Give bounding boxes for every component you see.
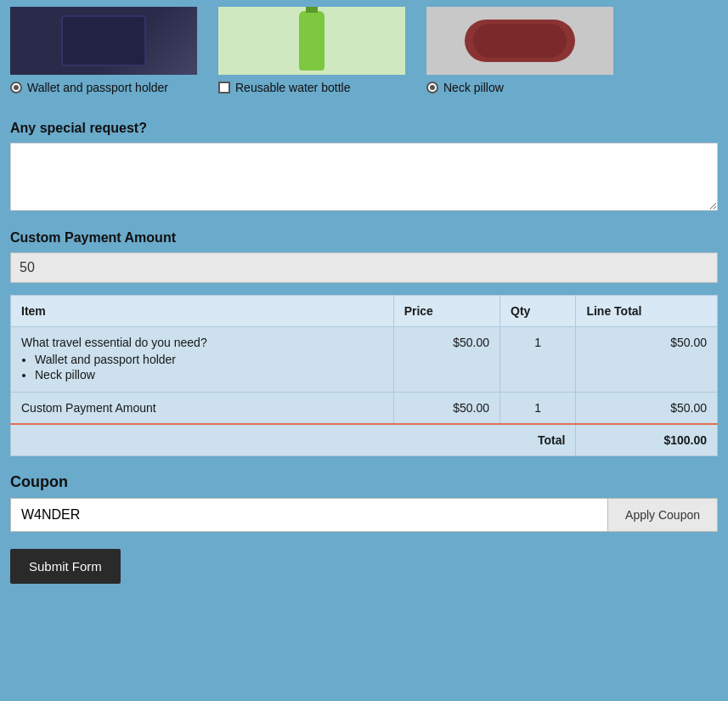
- coupon-section: Coupon Apply Coupon: [0, 465, 728, 540]
- products-row: Wallet and passport holder Reusable wate…: [0, 0, 728, 112]
- custom-payment-input[interactable]: [10, 252, 718, 283]
- special-request-textarea[interactable]: [10, 143, 718, 211]
- row2-item: Custom Payment Amount: [11, 392, 394, 424]
- radio-pillow[interactable]: [426, 82, 438, 93]
- table-total-row: Total $100.00: [11, 424, 718, 456]
- total-label: Total: [11, 424, 576, 456]
- radio-wallet[interactable]: [10, 82, 22, 93]
- checkbox-bottle[interactable]: [218, 82, 230, 93]
- wallet-image: [10, 7, 197, 75]
- row1-item-list: Wallet and passport holder Neck pillow: [35, 353, 383, 382]
- col-linetotal: Line Total: [576, 295, 718, 326]
- product-label-pillow[interactable]: Neck pillow: [426, 80, 504, 97]
- bottle-image: [218, 7, 405, 75]
- table-row: Custom Payment Amount $50.00 1 $50.00: [11, 392, 718, 424]
- col-price: Price: [393, 295, 499, 326]
- row2-total: $50.00: [576, 392, 718, 424]
- product-image-pillow: [426, 7, 613, 75]
- product-label-wallet[interactable]: Wallet and passport holder: [10, 80, 168, 97]
- wallet-label: Wallet and passport holder: [27, 80, 168, 97]
- pillow-shape-icon: [465, 20, 575, 62]
- list-item: Neck pillow: [35, 368, 383, 382]
- list-item: Wallet and passport holder: [35, 353, 383, 366]
- apply-coupon-button[interactable]: Apply Coupon: [608, 498, 718, 532]
- pillow-label: Neck pillow: [443, 80, 504, 97]
- custom-payment-section: Custom Payment Amount: [0, 222, 728, 291]
- coupon-row: Apply Coupon: [10, 498, 718, 532]
- order-table-section: Item Price Qty Line Total What travel es…: [0, 291, 728, 465]
- row1-qty: 1: [500, 326, 576, 392]
- custom-payment-label: Custom Payment Amount: [10, 230, 718, 246]
- submit-section: Submit Form: [0, 540, 728, 601]
- product-pillow: Neck pillow: [416, 0, 624, 104]
- product-wallet: Wallet and passport holder: [0, 0, 208, 104]
- special-request-label: Any special request?: [10, 121, 718, 136]
- row1-total: $50.00: [576, 326, 718, 392]
- row2-qty: 1: [500, 392, 576, 424]
- product-bottle: Reusable water bottle: [208, 0, 416, 104]
- page-wrapper: Wallet and passport holder Reusable wate…: [0, 0, 728, 701]
- product-label-bottle[interactable]: Reusable water bottle: [218, 80, 350, 97]
- row1-item: What travel essential do you need? Walle…: [11, 326, 394, 392]
- bottle-label: Reusable water bottle: [235, 80, 350, 97]
- order-table: Item Price Qty Line Total What travel es…: [10, 295, 718, 456]
- coupon-label: Coupon: [10, 473, 718, 491]
- submit-button[interactable]: Submit Form: [10, 549, 121, 584]
- bottle-shape-icon: [299, 11, 324, 71]
- pillow-image: [426, 7, 613, 75]
- special-request-section: Any special request?: [0, 112, 728, 222]
- table-header-row: Item Price Qty Line Total: [11, 295, 718, 326]
- row1-item-group: What travel essential do you need?: [21, 336, 207, 349]
- product-image-wallet: [10, 7, 197, 75]
- coupon-input[interactable]: [10, 498, 608, 532]
- col-item: Item: [11, 295, 394, 326]
- wallet-shape-icon: [61, 15, 146, 66]
- table-row: What travel essential do you need? Walle…: [11, 326, 718, 392]
- total-value: $100.00: [576, 424, 718, 456]
- row1-price: $50.00: [393, 326, 499, 392]
- row2-price: $50.00: [393, 392, 499, 424]
- col-qty: Qty: [500, 295, 576, 326]
- product-image-bottle: [218, 7, 405, 75]
